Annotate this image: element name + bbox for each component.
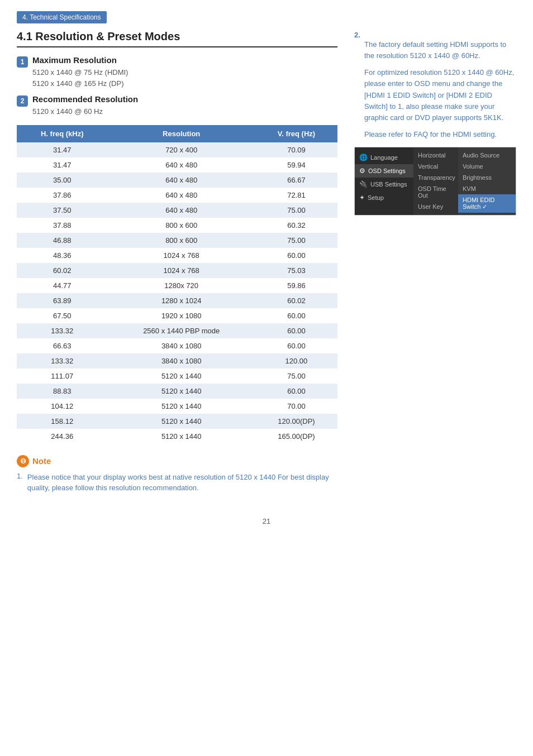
- note-section: ⊖ Note 1.Please notice that your display…: [17, 455, 337, 494]
- osd-sidebar-label: OSD Settings: [368, 168, 406, 174]
- osd-sidebar-icon: 🌐: [359, 154, 368, 161]
- right-note-paragraph: Please refer to FAQ for the HDMI setting…: [364, 129, 516, 140]
- osd-right-item[interactable]: KVM: [458, 183, 516, 194]
- recommended-resolution-content: Recommended Resolution 5120 x 1440 @ 60 …: [32, 94, 138, 117]
- osd-right-item[interactable]: Volume: [458, 161, 516, 172]
- left-column: 4.1 Resolution & Preset Modes 1 Maximum …: [17, 30, 337, 500]
- osd-sidebar-label: USB Settings: [370, 181, 407, 188]
- max-resolution-heading: Maximum Resolution: [32, 55, 128, 65]
- table-cell: 60.02: [17, 263, 108, 278]
- max-resolution-section: 1 Maximum Resolution 5120 x 1440 @ 75 Hz…: [17, 55, 337, 89]
- table-row: 133.323840 x 1080120.00: [17, 353, 337, 369]
- table-cell: 720 x 400: [108, 142, 255, 157]
- table-cell: 37.50: [17, 203, 108, 218]
- table-cell: 35.00: [17, 173, 108, 188]
- table-cell: 640 x 480: [108, 188, 255, 203]
- table-cell: 5120 x 1440: [108, 384, 255, 399]
- osd-sidebar-icon: 🔌: [359, 180, 368, 188]
- table-cell: 133.32: [17, 323, 108, 338]
- page-number: 21: [17, 517, 516, 525]
- table-row: 37.86640 x 48072.81: [17, 188, 337, 203]
- table-cell: 1280 x 1024: [108, 293, 255, 308]
- note-list-item: 1.Please notice that your display works …: [17, 472, 337, 494]
- table-row: 66.633840 x 108060.00: [17, 338, 337, 353]
- osd-sidebar-icon: ⚙: [359, 167, 365, 175]
- table-row: 104.125120 x 144070.00: [17, 399, 337, 414]
- table-row: 31.47640 x 48059.94: [17, 157, 337, 173]
- table-cell: 44.77: [17, 278, 108, 293]
- table-cell: 63.89: [17, 293, 108, 308]
- table-cell: 120.00(DP): [255, 414, 337, 429]
- table-row: 37.88800 x 60060.32: [17, 218, 337, 233]
- table-cell: 2560 x 1440 PBP mode: [108, 323, 255, 338]
- table-cell: 75.00: [255, 369, 337, 384]
- osd-middle-item[interactable]: Vertical: [413, 161, 458, 172]
- recommended-resolution-line1: 5120 x 1440 @ 60 Hz: [32, 106, 138, 117]
- num-badge-2: 2: [17, 95, 28, 107]
- table-cell: 59.86: [255, 278, 337, 293]
- table-cell: 120.00: [255, 353, 337, 369]
- osd-sidebar-item[interactable]: ✦Setup: [355, 191, 413, 204]
- table-cell: 46.88: [17, 233, 108, 248]
- recommended-resolution-section: 2 Recommended Resolution 5120 x 1440 @ 6…: [17, 94, 337, 117]
- table-row: 63.891280 x 102460.02: [17, 293, 337, 308]
- table-header-vfreq: V. freq (Hz): [255, 125, 337, 142]
- osd-middle-item[interactable]: OSD Time Out: [413, 183, 458, 201]
- table-cell: 104.12: [17, 399, 108, 414]
- osd-sidebar-item[interactable]: ⚙OSD Settings: [355, 164, 413, 178]
- table-cell: 60.02: [255, 293, 337, 308]
- table-cell: 640 x 480: [108, 203, 255, 218]
- table-cell: 60.00: [255, 323, 337, 338]
- table-cell: 31.47: [17, 157, 108, 173]
- osd-sidebar-item[interactable]: 🔌USB Settings: [355, 178, 413, 191]
- table-row: 48.361024 x 76860.00: [17, 248, 337, 263]
- table-cell: 60.32: [255, 218, 337, 233]
- table-cell: 640 x 480: [108, 173, 255, 188]
- osd-middle-item[interactable]: Transparency: [413, 172, 458, 183]
- osd-menu-screenshot: 🌐Language⚙OSD Settings🔌USB Settings✦Setu…: [354, 147, 516, 216]
- table-cell: 1024 x 768: [108, 263, 255, 278]
- osd-right-item[interactable]: Audio Source: [458, 150, 516, 161]
- recommended-resolution-heading: Recommended Resolution: [32, 94, 138, 104]
- osd-sidebar: 🌐Language⚙OSD Settings🔌USB Settings✦Setu…: [355, 147, 413, 215]
- table-cell: 59.94: [255, 157, 337, 173]
- table-cell: 67.50: [17, 308, 108, 323]
- table-cell: 111.07: [17, 369, 108, 384]
- table-cell: 165.00(DP): [255, 429, 337, 444]
- table-cell: 5120 x 1440: [108, 369, 255, 384]
- osd-middle-item[interactable]: User Key: [413, 201, 458, 212]
- osd-right-item[interactable]: HDMI EDID Switch ✓: [458, 194, 516, 213]
- table-cell: 244.36: [17, 429, 108, 444]
- table-row: 37.50640 x 48075.00: [17, 203, 337, 218]
- right-column: 2. The factory default setting HDMI supp…: [354, 30, 516, 216]
- table-cell: 37.86: [17, 188, 108, 203]
- table-cell: 60.00: [255, 248, 337, 263]
- table-row: 244.365120 x 1440165.00(DP): [17, 429, 337, 444]
- table-header-resolution: Resolution: [108, 125, 255, 142]
- table-cell: 1024 x 768: [108, 248, 255, 263]
- osd-sidebar-label: Language: [370, 154, 398, 161]
- note-list-num: 1.: [17, 472, 23, 494]
- table-cell: 31.47: [17, 142, 108, 157]
- table-cell: 60.00: [255, 308, 337, 323]
- osd-middle-item[interactable]: Horizontal: [413, 150, 458, 161]
- table-cell: 60.00: [255, 338, 337, 353]
- note-header: ⊖ Note: [17, 455, 337, 467]
- table-cell: 75.00: [255, 203, 337, 218]
- table-cell: 640 x 480: [108, 157, 255, 173]
- max-resolution-line2: 5120 x 1440 @ 165 Hz (DP): [32, 78, 128, 89]
- table-cell: 3840 x 1080: [108, 353, 255, 369]
- note-list: 1.Please notice that your display works …: [17, 472, 337, 494]
- osd-sidebar-item[interactable]: 🌐Language: [355, 151, 413, 164]
- osd-right-column: Audio SourceVolumeBrightnessKVMHDMI EDID…: [458, 147, 516, 215]
- resolution-table: H. freq (kHz) Resolution V. freq (Hz) 31…: [17, 125, 337, 444]
- table-cell: 48.36: [17, 248, 108, 263]
- note-title: Note: [32, 456, 51, 466]
- table-row: 46.88800 x 60075.00: [17, 233, 337, 248]
- table-row: 67.501920 x 108060.00: [17, 308, 337, 323]
- table-cell: 1280x 720: [108, 278, 255, 293]
- osd-menu-inner: 🌐Language⚙OSD Settings🔌USB Settings✦Setu…: [355, 147, 516, 215]
- breadcrumb: 4. Technical Specifications: [17, 11, 107, 23]
- osd-right-item[interactable]: Brightness: [458, 172, 516, 183]
- table-row: 35.00640 x 48066.67: [17, 173, 337, 188]
